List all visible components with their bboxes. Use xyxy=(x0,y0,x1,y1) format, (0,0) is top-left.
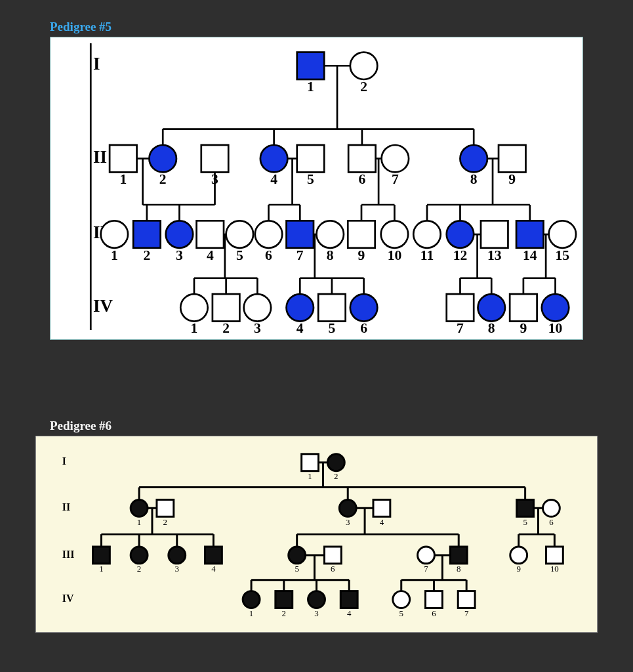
individual-number: 3 xyxy=(175,564,179,574)
individual-male xyxy=(426,591,443,608)
individual-male xyxy=(373,499,390,516)
individual-number: 6 xyxy=(331,564,335,574)
individual-number: 4 xyxy=(211,564,216,574)
individual-male xyxy=(287,220,314,247)
individual-female xyxy=(510,547,527,564)
individual-number: 7 xyxy=(457,320,464,336)
individual-male xyxy=(297,145,324,172)
individual-female xyxy=(339,499,356,516)
individual-female xyxy=(169,547,186,564)
individual-number: 7 xyxy=(392,171,399,187)
individual-number: 1 xyxy=(137,516,141,526)
individual-number: 13 xyxy=(487,247,502,263)
individual-male xyxy=(499,145,525,172)
gen-label: III xyxy=(62,548,75,559)
individual-female xyxy=(327,453,344,471)
individual-male xyxy=(93,547,110,564)
individual-number: 1 xyxy=(308,471,312,481)
individual-male xyxy=(516,220,543,247)
individual-number: 8 xyxy=(488,320,495,336)
individual-number: 7 xyxy=(296,247,304,263)
individual-number: 4 xyxy=(296,320,304,336)
individual-number: 8 xyxy=(327,247,334,263)
individual-male xyxy=(458,591,475,608)
individual-number: 7 xyxy=(464,608,469,618)
gen-label: II xyxy=(93,147,107,167)
individual-number: 6 xyxy=(432,608,436,618)
individual-female xyxy=(244,294,271,321)
individual-number: 3 xyxy=(211,171,218,187)
individual-male xyxy=(510,294,537,321)
gen-label: I xyxy=(62,455,66,467)
pedigree-6-diagram: IIIIIIIV12123456123456789101234567 xyxy=(36,436,597,632)
individual-male xyxy=(276,591,293,608)
individual-female xyxy=(381,220,408,247)
individual-female xyxy=(542,294,569,321)
individual-male xyxy=(517,499,534,516)
individual-number: 5 xyxy=(399,608,403,618)
individual-number: 1 xyxy=(307,79,314,94)
individual-number: 1 xyxy=(111,247,118,263)
individual-male xyxy=(447,294,474,321)
individual-female xyxy=(382,145,409,172)
individual-female xyxy=(149,145,176,172)
individual-female xyxy=(317,220,344,247)
individual-number: 5 xyxy=(329,320,336,336)
gen-label: II xyxy=(62,501,70,513)
individual-male xyxy=(546,547,563,564)
individual-male xyxy=(481,220,508,247)
individual-number: 5 xyxy=(307,171,314,187)
gen-label: IV xyxy=(93,296,113,316)
individual-number: 3 xyxy=(176,247,183,263)
individual-number: 6 xyxy=(358,171,365,187)
individual-number: 14 xyxy=(523,247,537,263)
pedigree-5-frame: IIIIIIIV12123456789123456789101112131415… xyxy=(50,37,583,340)
individual-number: 4 xyxy=(347,608,352,618)
individual-female xyxy=(180,294,207,321)
individual-male xyxy=(297,52,324,79)
individual-female xyxy=(226,220,253,247)
individual-number: 8 xyxy=(470,171,478,187)
individual-male xyxy=(110,145,136,172)
individual-number: 15 xyxy=(556,247,570,263)
individual-female xyxy=(287,294,314,321)
individual-male xyxy=(213,294,239,321)
individual-female xyxy=(478,294,505,321)
individual-number: 1 xyxy=(191,320,198,336)
individual-male xyxy=(133,220,160,247)
individual-number: 4 xyxy=(270,171,277,187)
gen-label: IV xyxy=(62,593,74,604)
individual-number: 1 xyxy=(249,608,253,618)
individual-number: 2 xyxy=(222,320,230,336)
individual-female xyxy=(255,220,282,247)
individual-number: 10 xyxy=(548,320,563,336)
individual-number: 6 xyxy=(265,247,272,263)
individual-number: 3 xyxy=(314,608,318,618)
individual-male xyxy=(201,145,228,172)
individual-number: 9 xyxy=(358,247,365,263)
individual-number: 3 xyxy=(254,320,261,336)
individual-male xyxy=(348,220,375,247)
pedigree-5-diagram: IIIIIIIV12123456789123456789101112131415… xyxy=(51,37,582,339)
individual-number: 3 xyxy=(346,516,350,526)
individual-number: 5 xyxy=(236,247,243,263)
individual-female xyxy=(131,547,148,564)
individual-female xyxy=(350,294,377,321)
individual-number: 10 xyxy=(550,564,559,574)
individual-number: 5 xyxy=(295,564,298,574)
pedigree-5-title: Pedigree #5 xyxy=(50,20,633,34)
individual-number: 4 xyxy=(207,247,214,263)
individual-male xyxy=(450,547,467,564)
individual-female xyxy=(101,220,128,247)
pedigree-6-title: Pedigree #6 xyxy=(50,419,633,433)
individual-female xyxy=(260,145,287,172)
individual-female xyxy=(308,591,325,608)
pedigree-6-frame: IIIIIIIV12123456123456789101234567 xyxy=(35,436,598,633)
individual-male xyxy=(348,145,375,172)
individual-number: 2 xyxy=(143,247,150,263)
individual-female xyxy=(131,499,148,516)
individual-number: 2 xyxy=(159,171,167,187)
individual-number: 2 xyxy=(334,471,338,481)
individual-number: 9 xyxy=(516,564,520,574)
individual-male xyxy=(205,547,222,564)
